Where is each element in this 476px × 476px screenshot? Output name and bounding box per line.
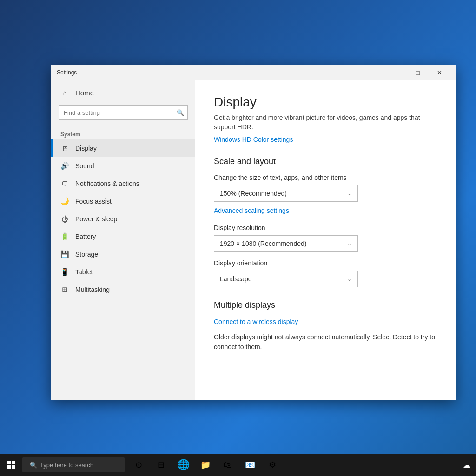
sidebar-item-notifications[interactable]: 🗨 Notifications & actions xyxy=(51,175,195,192)
taskbar: 🔍 Type here to search ⊙ ⊟ 🌐 📁 🛍 📧 ⚙ ☁ xyxy=(0,454,476,476)
taskbar-mail-icon[interactable]: 📧 xyxy=(240,455,260,475)
multiple-displays-title: Multiple displays xyxy=(214,300,437,310)
power-icon: ⏻ xyxy=(60,215,69,223)
content-panel: Display Get a brighter and more vibrant … xyxy=(195,80,456,400)
wireless-display-link[interactable]: Connect to a wireless display xyxy=(214,318,298,325)
taskbar-right: ☁ xyxy=(463,461,476,469)
sidebar: ⌂ Home 🔍 System 🖥 Display 🔊 Sound xyxy=(51,80,195,400)
taskbar-search-label: Type here to search xyxy=(40,462,93,469)
search-icon: 🔍 xyxy=(30,462,37,469)
orientation-dropdown[interactable]: Landscape ⌄ xyxy=(214,271,358,287)
sound-icon: 🔊 xyxy=(60,162,69,170)
taskbar-settings-icon[interactable]: ⚙ xyxy=(262,455,283,475)
taskbar-store-icon[interactable]: 🛍 xyxy=(218,455,238,475)
search-icon: 🔍 xyxy=(177,109,184,116)
resolution-dropdown-value: 1920 × 1080 (Recommended) xyxy=(220,240,306,247)
hdr-link[interactable]: Windows HD Color settings xyxy=(214,136,293,143)
page-title: Display xyxy=(214,95,437,110)
sidebar-item-sound[interactable]: 🔊 Sound xyxy=(51,157,195,175)
sidebar-item-storage-label: Storage xyxy=(75,251,98,258)
taskbar-search[interactable]: 🔍 Type here to search xyxy=(22,457,125,472)
sidebar-item-power[interactable]: ⏻ Power & sleep xyxy=(51,210,195,228)
sidebar-item-tablet[interactable]: 📱 Tablet xyxy=(51,263,195,281)
minimize-button[interactable]: — xyxy=(386,65,407,80)
sidebar-item-storage[interactable]: 💾 Storage xyxy=(51,245,195,263)
home-label: Home xyxy=(75,89,94,97)
multitasking-icon: ⊞ xyxy=(60,285,69,294)
taskbar-explorer-icon[interactable]: 📁 xyxy=(195,455,216,475)
orientation-field-label: Display orientation xyxy=(214,259,437,267)
taskbar-edge-icon[interactable]: 🌐 xyxy=(173,455,193,475)
storage-icon: 💾 xyxy=(60,250,69,258)
close-button[interactable]: ✕ xyxy=(429,65,450,80)
scale-field-label: Change the size of text, apps, and other… xyxy=(214,174,437,181)
sidebar-item-focus[interactable]: 🌙 Focus assist xyxy=(51,192,195,210)
scale-dropdown-chevron: ⌄ xyxy=(347,190,352,197)
bottom-text: Older displays might not always connect … xyxy=(214,332,437,352)
display-icon: 🖥 xyxy=(60,144,69,152)
sidebar-section-label: System xyxy=(51,127,195,139)
home-icon: ⌂ xyxy=(60,88,69,97)
sidebar-search-container: 🔍 xyxy=(59,105,188,120)
taskbar-app-icons: ⊙ ⊟ 🌐 📁 🛍 📧 ⚙ xyxy=(128,455,283,475)
settings-body: ⌂ Home 🔍 System 🖥 Display 🔊 Sound xyxy=(51,80,456,400)
sidebar-item-focus-label: Focus assist xyxy=(75,198,112,205)
orientation-dropdown-chevron: ⌄ xyxy=(347,276,352,282)
taskbar-cloud-icon[interactable]: ☁ xyxy=(463,461,470,469)
sidebar-item-tablet-label: Tablet xyxy=(75,268,93,276)
orientation-dropdown-value: Landscape xyxy=(220,275,252,283)
tablet-icon: 📱 xyxy=(60,268,69,276)
start-icon xyxy=(7,461,15,469)
sidebar-item-display[interactable]: 🖥 Display xyxy=(51,139,195,157)
desktop: Settings — □ ✕ ⌂ Home 🔍 System xyxy=(0,0,476,476)
focus-icon: 🌙 xyxy=(60,197,69,205)
resolution-field-label: Display resolution xyxy=(214,224,437,231)
scale-dropdown-value: 150% (Recommended) xyxy=(220,190,287,197)
scale-dropdown[interactable]: 150% (Recommended) ⌄ xyxy=(214,185,358,202)
search-input[interactable] xyxy=(59,105,188,120)
settings-window: Settings — □ ✕ ⌂ Home 🔍 System xyxy=(51,65,456,400)
taskbar-taskview-icon[interactable]: ⊟ xyxy=(151,455,171,475)
sidebar-item-multitasking-label: Multitasking xyxy=(75,286,110,293)
notifications-icon: 🗨 xyxy=(60,179,69,188)
sidebar-item-multitasking[interactable]: ⊞ Multitasking xyxy=(51,281,195,298)
titlebar-controls: — □ ✕ xyxy=(386,65,450,80)
sidebar-item-battery[interactable]: 🔋 Battery xyxy=(51,228,195,245)
sidebar-item-display-label: Display xyxy=(75,145,97,152)
resolution-dropdown-chevron: ⌄ xyxy=(347,240,352,247)
window-title: Settings xyxy=(57,69,386,76)
scale-section-title: Scale and layout xyxy=(214,157,437,166)
sidebar-item-power-label: Power & sleep xyxy=(75,215,117,223)
battery-icon: 🔋 xyxy=(60,232,69,241)
taskbar-cortana-icon[interactable]: ⊙ xyxy=(128,455,149,475)
sidebar-item-home[interactable]: ⌂ Home xyxy=(51,84,195,101)
page-subtitle: Get a brighter and more vibrant picture … xyxy=(214,113,437,132)
maximize-button[interactable]: □ xyxy=(407,65,429,80)
start-button[interactable] xyxy=(0,454,22,476)
titlebar: Settings — □ ✕ xyxy=(51,65,456,80)
sidebar-item-sound-label: Sound xyxy=(75,162,94,170)
advanced-scaling-link[interactable]: Advanced scaling settings xyxy=(214,207,289,214)
sidebar-item-battery-label: Battery xyxy=(75,233,96,240)
sidebar-item-notifications-label: Notifications & actions xyxy=(75,180,139,187)
resolution-dropdown[interactable]: 1920 × 1080 (Recommended) ⌄ xyxy=(214,235,358,252)
